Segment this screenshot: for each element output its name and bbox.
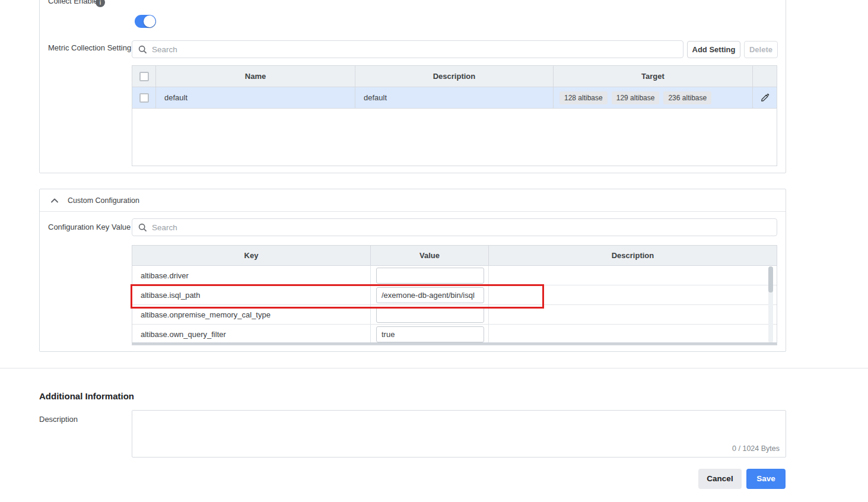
kv-value-cell (371, 305, 489, 324)
column-header-value: Value (371, 246, 489, 265)
save-button[interactable]: Save (746, 469, 786, 489)
column-header-key: Key (132, 246, 371, 265)
add-setting-button[interactable]: Add Setting (687, 41, 740, 58)
delete-button[interactable]: Delete (744, 41, 778, 58)
row-checkbox-cell (132, 87, 156, 108)
additional-information-title: Additional Information (39, 391, 134, 401)
description-field-wrapper: 0 / 1024 Bytes (132, 410, 786, 457)
cancel-button[interactable]: Cancel (698, 469, 742, 489)
custom-configuration-section-header[interactable]: Custom Configuration (40, 189, 786, 212)
kv-table-header: Key Value Description (132, 246, 777, 266)
header-checkbox-cell (132, 66, 156, 87)
edit-row-button[interactable] (753, 87, 777, 108)
select-all-checkbox[interactable] (139, 72, 149, 81)
value-input[interactable] (376, 326, 484, 342)
vertical-scrollbar[interactable] (768, 266, 773, 343)
column-header-target: Target (554, 66, 753, 87)
kv-key: altibase.driver (132, 266, 371, 285)
kv-key: altibase.onpremise_memory_cal_type (132, 305, 371, 324)
target-badge: 236 altibase (663, 91, 711, 104)
table-row[interactable]: default default 128 altibase 129 altibas… (132, 87, 777, 109)
row-name: default (156, 87, 355, 108)
search-icon (138, 45, 147, 54)
kv-row-altibase-driver: altibase.driver (132, 266, 777, 285)
kv-value-cell (371, 266, 489, 285)
section-divider (0, 368, 868, 368)
kv-row-altibase-isql-path: altibase.isql_path (132, 285, 777, 305)
search-icon (138, 223, 147, 232)
kv-description-cell (489, 285, 777, 304)
row-targets: 128 altibase 129 altibase 236 altibase (554, 87, 753, 108)
kv-value-cell (371, 325, 489, 344)
horizontal-scrollbar[interactable] (132, 342, 777, 345)
kv-value-cell (371, 285, 489, 304)
kv-row-altibase-onpremise-memory-cal-type: altibase.onpremise_memory_cal_type (132, 305, 777, 325)
target-badge: 129 altibase (612, 91, 660, 104)
kv-description-cell (489, 305, 777, 324)
value-input[interactable] (376, 268, 484, 284)
kv-row-altibase-own-query-filter: altibase.own_query_filter (132, 325, 777, 344)
settings-page: Collect Enable i Metric Collection Setti… (0, 0, 868, 502)
metric-collection-table: Name Description Target default default … (132, 65, 777, 166)
toggle-knob (144, 15, 155, 27)
description-textarea[interactable] (132, 411, 786, 444)
collect-enable-label: Collect Enable (48, 0, 98, 5)
column-header-name: Name (156, 66, 355, 87)
pencil-icon (760, 93, 770, 103)
description-label: Description (39, 415, 78, 424)
chevron-up-icon (51, 198, 58, 203)
config-search-input[interactable] (152, 223, 771, 232)
value-input[interactable] (376, 287, 484, 303)
kv-key: altibase.isql_path (132, 285, 371, 304)
configuration-key-value-table: Key Value Description altibase.driver al… (132, 245, 777, 345)
row-checkbox[interactable] (139, 93, 149, 103)
kv-description-cell (489, 266, 777, 285)
scrollbar-thumb[interactable] (768, 266, 773, 293)
custom-configuration-title: Custom Configuration (68, 196, 139, 205)
column-header-description: Description (489, 246, 777, 265)
metric-search-input[interactable] (152, 45, 677, 54)
column-header-edit (753, 66, 777, 87)
configuration-key-value-label: Configuration Key Value* (48, 223, 135, 231)
metric-collection-setting-label: Metric Collection Setting* (48, 43, 136, 52)
metric-search-box (132, 40, 683, 58)
row-description: default (355, 87, 554, 108)
collect-enable-toggle[interactable] (135, 15, 156, 28)
column-header-description: Description (355, 66, 554, 87)
config-search-box (132, 218, 777, 236)
target-badge: 128 altibase (559, 91, 608, 104)
metric-table-header: Name Description Target (132, 66, 777, 87)
kv-description-cell (489, 325, 777, 344)
byte-counter: 0 / 1024 Bytes (732, 444, 780, 453)
kv-key: altibase.own_query_filter (132, 325, 371, 344)
value-input[interactable] (376, 307, 484, 323)
